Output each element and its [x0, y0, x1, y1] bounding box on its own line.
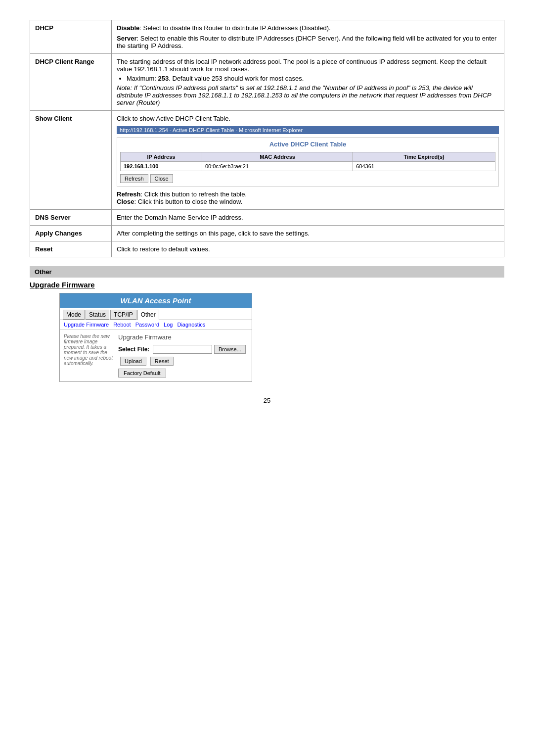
wlan-tabs: Mode Status TCP/IP Other: [60, 308, 252, 320]
dns-server-content: Enter the Domain Name Service IP address…: [112, 210, 504, 226]
apply-changes-label: Apply Changes: [30, 226, 112, 241]
browse-button[interactable]: Browse...: [214, 345, 246, 354]
dhcp-bullet-pre: Maximum:: [127, 75, 158, 82]
table-row: Reset Click to restore to default values…: [30, 241, 504, 257]
dhcp-client-table-panel: Active DHCP Client Table IP Address MAC …: [117, 137, 499, 187]
dhcp-mac-cell: 00:0c:6e:b3:ae:21: [202, 162, 353, 171]
refresh-bold: Refresh: [117, 190, 140, 198]
show-client-label: Show Client: [30, 111, 112, 210]
dhcp-col-mac: MAC Address: [202, 152, 353, 162]
table-row: DHCP Client Range The starting address o…: [30, 54, 504, 111]
dns-server-label: DNS Server: [30, 210, 112, 226]
dhcp-bullet-post: . Default value 253 should work for most…: [169, 75, 304, 82]
factory-default-button[interactable]: Factory Default: [118, 369, 166, 378]
table-row: Show Client Click to show Active DHCP Cl…: [30, 111, 504, 210]
reset-label: Reset: [30, 241, 112, 257]
wlan-tab-mode[interactable]: Mode: [63, 310, 85, 320]
other-section-heading: Other: [30, 266, 504, 278]
subtab-log[interactable]: Log: [164, 322, 173, 328]
table-row: DHCP Disable: Select to disable this Rou…: [30, 20, 504, 54]
dhcp-bullet-bold: 253: [158, 75, 169, 82]
dhcp-client-range-content: The starting address of this local IP ne…: [112, 54, 504, 111]
dhcp-client-range-label: DHCP Client Range: [30, 54, 112, 111]
wlan-form-title: Upgrade Firmware: [118, 333, 248, 341]
close-text: : Click this button to close the window.: [134, 198, 242, 205]
upload-button[interactable]: Upload: [120, 357, 146, 366]
wlan-select-file-row: Select File: Browse...: [118, 345, 248, 354]
dhcp-range-bullet: Maximum: 253. Default value 253 should w…: [127, 75, 499, 82]
dhcp-close-button[interactable]: Close: [150, 174, 173, 183]
table-row: Apply Changes After completing the setti…: [30, 226, 504, 241]
dhcp-content: Disable: Select to disable this Router t…: [112, 20, 504, 54]
wlan-tab-other[interactable]: Other: [137, 310, 159, 320]
dhcp-data-row: 192.168.1.100 00:0c:6e:b3:ae:21 604361: [121, 162, 495, 171]
close-bold: Close: [117, 198, 134, 205]
show-client-content: Click to show Active DHCP Client Table. …: [112, 111, 504, 210]
dhcp-browser-bar: http://192.168.1.254 - Active DHCP Clien…: [117, 126, 499, 134]
wlan-body: Please have the new firmware image prepa…: [60, 330, 252, 381]
subtab-password[interactable]: Password: [135, 322, 159, 328]
wlan-right-panel: Upgrade Firmware Select File: Browse... …: [118, 333, 248, 378]
apply-changes-content: After completing the settings on this pa…: [112, 226, 504, 241]
dhcp-disable-bold: Disable: [117, 24, 139, 32]
wlan-title: WLAN Access Point: [60, 293, 252, 308]
subtab-upgrade-firmware[interactable]: Upgrade Firmware: [64, 322, 109, 328]
subtab-reboot[interactable]: Reboot: [113, 322, 131, 328]
wlan-tab-status[interactable]: Status: [86, 310, 109, 320]
dhcp-ip-cell: 192.168.1.100: [121, 162, 202, 171]
reset-content: Click to restore to default values.: [112, 241, 504, 257]
select-file-input[interactable]: [153, 345, 212, 354]
wlan-left-text: Please have the new firmware image prepa…: [64, 333, 113, 378]
wlan-tab-tcpip[interactable]: TCP/IP: [110, 310, 136, 320]
dhcp-range-intro: The starting address of this local IP ne…: [117, 58, 499, 73]
dhcp-server-text: : Select to enable this Router to distri…: [117, 35, 496, 49]
dhcp-col-ip: IP Address: [121, 152, 202, 162]
wlan-subtabs: Upgrade Firmware Reboot Password Log Dia…: [60, 320, 252, 330]
dhcp-col-time: Time Expired(s): [353, 152, 495, 162]
dhcp-client-table-title: Active DHCP Client Table: [120, 141, 495, 148]
main-reference-table: DHCP Disable: Select to disable this Rou…: [30, 20, 504, 257]
table-row: DNS Server Enter the Domain Name Service…: [30, 210, 504, 226]
refresh-text: : Click this button to refresh the table…: [140, 190, 247, 198]
dhcp-disable-text: : Select to disable this Router to distr…: [139, 24, 330, 32]
upgrade-firmware-heading: Upgrade Firmware: [30, 281, 504, 289]
dhcp-refresh-button[interactable]: Refresh: [120, 174, 148, 183]
dhcp-label: DHCP: [30, 20, 112, 54]
dhcp-server-bold: Server: [117, 35, 136, 42]
dhcp-time-cell: 604361: [353, 162, 495, 171]
wlan-reset-button[interactable]: Reset: [150, 357, 174, 366]
wlan-action-buttons: Upload Reset: [118, 357, 248, 366]
dhcp-client-table: IP Address MAC Address Time Expired(s) 1…: [120, 152, 495, 171]
page-number: 25: [30, 397, 504, 404]
subtab-diagnostics[interactable]: Diagnostics: [177, 322, 205, 328]
select-file-label: Select File:: [118, 346, 153, 353]
dhcp-range-note: Note: If "Continuous IP address poll sta…: [117, 84, 499, 106]
wlan-panel: WLAN Access Point Mode Status TCP/IP Oth…: [59, 293, 252, 382]
show-client-intro: Click to show Active DHCP Client Table.: [117, 115, 499, 122]
